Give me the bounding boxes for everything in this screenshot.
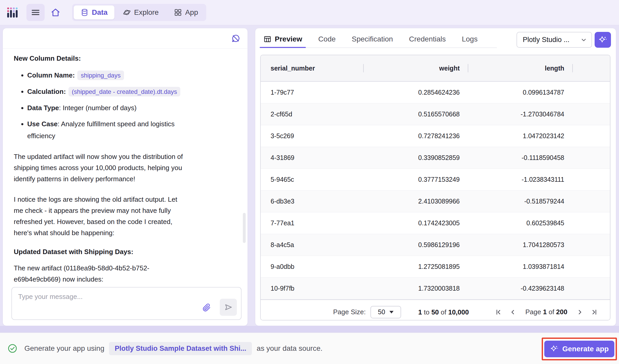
clear-chat-button[interactable] [230, 32, 242, 44]
grid-icon [174, 8, 182, 17]
chat-off-icon [231, 33, 241, 43]
sparkles-icon [598, 35, 608, 45]
list-item: Column Name:shipping_days [27, 69, 237, 81]
send-button[interactable] [220, 299, 237, 316]
first-page-icon [495, 309, 502, 316]
tab-code[interactable]: Code [315, 31, 339, 47]
table-icon [263, 35, 272, 43]
attach-button[interactable] [201, 302, 212, 313]
chevron-right-icon [576, 309, 583, 316]
inline-code: shipping_days [77, 71, 124, 80]
next-page-button[interactable] [574, 306, 586, 318]
table-row: 5-9465c 0.3777153249 -1.0238343111 [261, 169, 610, 191]
pagination-bar: Page Size: 50 1 to 50 of 10,000 [261, 299, 610, 320]
page-info-text: Page 1 of 200 [525, 308, 567, 316]
chat-scrollbar-thumb[interactable] [243, 213, 246, 243]
plotly-logo-icon [6, 6, 18, 18]
plotly-logo[interactable] [6, 6, 18, 18]
preview-panel: Preview Code Specification Credentials L… [255, 28, 616, 326]
tab-explore-label: Explore [134, 8, 159, 17]
table-row: 1-79c77 0.2854624236 0.0996134787 [261, 82, 610, 103]
tab-credentials[interactable]: Credentials [405, 31, 450, 47]
table-cell-weight: 0.3390852859 [364, 154, 468, 162]
table-cell-serial-number: 8-a4c5a [261, 241, 364, 249]
table-cell-length: 1.0393871814 [468, 263, 573, 270]
tab-explore[interactable]: Explore [116, 5, 166, 19]
message-paragraph: The new artifact (0118ea9b-58d0-4b52-b75… [14, 263, 237, 285]
table-cell-weight: 0.1742423005 [364, 219, 468, 227]
chat-messages: New Column Details: Column Name:shipping… [3, 49, 247, 308]
ai-sparkle-button[interactable] [595, 32, 611, 48]
table-cell-weight: 1.7320003818 [364, 285, 468, 292]
table-cell-serial-number: 4-31869 [261, 154, 364, 162]
artifact-dropdown[interactable]: Plotly Studio ... [517, 32, 592, 48]
table-cell-serial-number: 10-9f7fb [261, 285, 364, 292]
prev-page-button[interactable] [507, 306, 519, 318]
message-paragraph: I notice the logs are showing the old ar… [14, 194, 237, 239]
tab-app[interactable]: App [167, 5, 205, 19]
footer-bar: Generate your app using Plotly Studio Sa… [0, 333, 619, 364]
home-button[interactable] [48, 5, 63, 20]
table-header-row: serial_number weight length [261, 55, 610, 82]
chat-panel: New Column Details: Column Name:shipping… [3, 28, 248, 326]
table-row: 4-31869 0.3390852859 -0.1118590458 [261, 147, 610, 169]
send-icon [224, 303, 233, 312]
check-circle-icon [7, 343, 18, 354]
table-cell-length: -0.4239623148 [468, 285, 573, 292]
column-header-serial-number[interactable]: serial_number [261, 65, 364, 72]
column-resize-handle[interactable] [468, 64, 468, 72]
preview-tabs: Preview Code Specification Credentials L… [260, 31, 497, 48]
sparkles-icon [550, 345, 559, 353]
list-item: Data Type: Integer (number of days) [27, 102, 237, 114]
tab-specification[interactable]: Specification [348, 31, 397, 47]
chevron-left-icon [509, 309, 517, 316]
inline-code: (shipped_date - created_date).dt.days [68, 87, 181, 96]
column-header-length[interactable]: length [468, 65, 573, 72]
table-body: 1-79c77 0.2854624236 0.0996134787 2-cf65… [261, 82, 610, 299]
table-cell-serial-number: 2-cf65d [261, 110, 364, 118]
message-heading: Updated Dataset with Shipping Days: [14, 248, 237, 256]
table-cell-serial-number: 7-77ea1 [261, 219, 364, 227]
generate-app-button[interactable]: Generate app [544, 341, 614, 357]
tab-preview[interactable]: Preview [260, 31, 306, 47]
app-window: Data Explore App [0, 0, 619, 364]
message-heading: New Column Details: [14, 54, 237, 62]
page-size-select[interactable]: 50 [370, 306, 401, 318]
dataset-pill[interactable]: Plotly Studio Sample Dataset with Shi... [109, 342, 252, 355]
table-cell-length: -0.1118590458 [468, 154, 573, 162]
footer-text-before: Generate your app using [24, 344, 104, 353]
table-cell-weight: 0.5986129196 [364, 241, 468, 249]
table-cell-serial-number: 6-db3e3 [261, 198, 364, 205]
table-row: 9-a0dbb 1.2725081895 1.0393871814 [261, 256, 610, 278]
hamburger-icon [31, 8, 40, 17]
table-cell-length: 1.0472023142 [468, 132, 573, 140]
table-cell-serial-number: 1-79c77 [261, 89, 364, 96]
column-header-weight[interactable]: weight [364, 65, 468, 72]
chat-header [3, 28, 247, 49]
annotation-highlight-box: Generate app [542, 338, 617, 360]
table-cell-weight: 0.7278241236 [364, 132, 468, 140]
database-icon [80, 8, 89, 17]
table-cell-length: -1.2703046784 [468, 110, 573, 118]
table-cell-weight: 0.2854624236 [364, 89, 468, 96]
background-band [0, 326, 619, 333]
column-resize-handle[interactable] [572, 64, 573, 72]
menu-button[interactable] [26, 4, 45, 21]
last-page-button[interactable] [588, 306, 601, 318]
table-row: 2-cf65d 0.5165570668 -1.2703046784 [261, 103, 610, 125]
table-cell-weight: 1.2725081895 [364, 263, 468, 270]
pager-controls: Page 1 of 200 [492, 306, 601, 318]
table-cell-length: -1.0238343111 [468, 176, 573, 183]
select-arrow-icon [389, 311, 394, 313]
table-cell-serial-number: 9-a0dbb [261, 263, 364, 270]
first-page-button[interactable] [492, 306, 505, 318]
preview-header: Preview Code Specification Credentials L… [255, 28, 616, 48]
tab-logs[interactable]: Logs [458, 31, 481, 47]
table-cell-serial-number: 5-9465c [261, 176, 364, 183]
tab-app-label: App [185, 8, 198, 17]
tab-data[interactable]: Data [74, 5, 114, 19]
column-resize-handle[interactable] [363, 64, 364, 72]
table-cell-weight: 0.3777153249 [364, 176, 468, 183]
message-input-box [11, 287, 242, 320]
table-row: 8-a4c5a 0.5986129196 1.7041280573 [261, 234, 610, 256]
